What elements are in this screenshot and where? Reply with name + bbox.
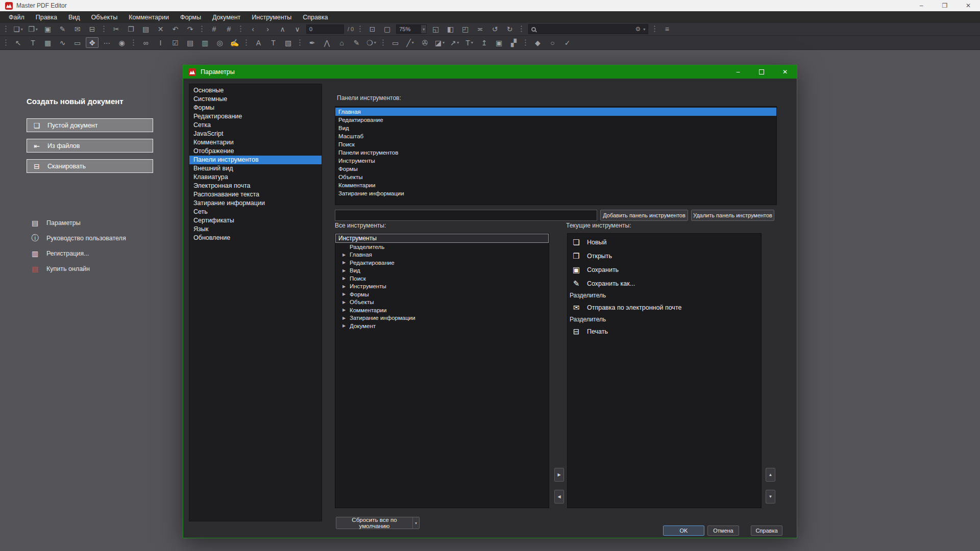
category-item[interactable]: Панели инструментов xyxy=(189,156,322,164)
menu-tools[interactable]: Инструменты xyxy=(246,12,297,22)
edit-path-tool-button[interactable]: ∿ xyxy=(56,37,69,48)
tree-item[interactable]: Разделитель xyxy=(335,243,549,251)
remove-toolbar-button[interactable]: Удалить панель инструментов xyxy=(691,210,774,221)
category-item[interactable]: Электронная почта xyxy=(189,182,322,190)
toolbar-drag-handle[interactable] xyxy=(132,39,135,47)
expand-arrow-icon[interactable]: ▶ xyxy=(342,260,348,265)
edit-image-tool-button[interactable]: ▦ xyxy=(41,37,54,48)
save-as-item[interactable]: ✎Сохранить как... xyxy=(568,277,761,290)
category-item[interactable]: Сетка xyxy=(189,121,322,130)
paste-button[interactable]: ▤ xyxy=(139,24,152,35)
toolbar-drag-handle[interactable] xyxy=(653,25,656,33)
print-item[interactable]: ⊟Печать xyxy=(568,324,761,338)
dropdown-arrow-icon[interactable]: ▾ xyxy=(412,517,419,529)
menu-view[interactable]: Вид xyxy=(63,12,86,22)
pin-tool-button[interactable]: ❍▾ xyxy=(365,37,378,48)
radio-button-tool-button[interactable]: ◎ xyxy=(213,37,226,48)
zoom-level-select[interactable]: 75%▾ xyxy=(396,24,427,34)
checkbox-tool-button[interactable]: ☑ xyxy=(169,37,182,48)
pencil-tool-button[interactable]: ✎ xyxy=(350,37,363,48)
tree-item[interactable]: ▶Поиск xyxy=(335,274,549,283)
toolbar-drag-handle[interactable] xyxy=(359,25,362,33)
new-toolbar-name-input[interactable] xyxy=(335,210,597,221)
toolbar-list-item[interactable]: Затирание информации xyxy=(335,189,776,197)
category-item[interactable]: Затирание информации xyxy=(189,199,322,208)
toolbar-drag-handle[interactable] xyxy=(5,25,8,33)
expand-arrow-icon[interactable]: ▶ xyxy=(342,253,348,257)
menu-help[interactable]: Справка xyxy=(297,12,333,22)
snapshot-tool-button[interactable]: ◉ xyxy=(115,37,128,48)
category-item[interactable]: Формы xyxy=(189,104,322,112)
menu-edit[interactable]: Правка xyxy=(30,12,63,22)
toolbar-list-item[interactable]: Комментарии xyxy=(335,181,776,189)
main-menu-button[interactable]: ≡ xyxy=(660,24,673,35)
move-down-button[interactable]: ▼ xyxy=(766,490,775,504)
dialog-minimize-button[interactable]: – xyxy=(726,65,750,79)
expand-arrow-icon[interactable]: ▶ xyxy=(342,292,348,296)
fit-page-button[interactable]: ◧ xyxy=(444,24,457,35)
send-email-button[interactable]: ✉ xyxy=(71,24,84,35)
toolbar-list-item[interactable]: Главная xyxy=(335,108,776,116)
expand-arrow-icon[interactable]: ▶ xyxy=(342,300,348,305)
edit-text-block-tool-button[interactable]: A xyxy=(252,37,265,48)
copy-button[interactable]: ❐ xyxy=(125,24,137,35)
dialog-close-button[interactable]: ✕ xyxy=(773,65,797,79)
expand-arrow-icon[interactable]: ▶ xyxy=(342,323,348,328)
from-files-button[interactable]: ⇤Из файлов xyxy=(27,139,153,153)
dropdown-arrow-icon[interactable]: ▾ xyxy=(36,27,38,32)
expand-arrow-icon[interactable]: ▶ xyxy=(342,276,348,281)
add-toolbar-button[interactable]: Добавить панель инструментов xyxy=(600,210,688,221)
tree-item[interactable]: ▶Затирание информации xyxy=(335,314,549,322)
select-tool-button[interactable]: ↖ xyxy=(12,37,24,48)
toolbar-drag-handle[interactable] xyxy=(524,39,527,47)
text-field-tool-button[interactable]: I xyxy=(154,37,167,48)
move-right-button[interactable]: ▶ xyxy=(554,468,564,482)
menu-document[interactable]: Документ xyxy=(207,12,246,22)
rotate-ccw-button[interactable]: ↺ xyxy=(488,24,501,35)
toolbar-drag-handle[interactable] xyxy=(201,25,204,33)
cut-button[interactable]: ✂ xyxy=(110,24,122,35)
expand-arrow-icon[interactable]: ▶ xyxy=(342,308,348,312)
dropdown-arrow-icon[interactable]: ▾ xyxy=(471,40,473,45)
tree-root-item[interactable]: Инструменты xyxy=(335,234,549,243)
move-up-button[interactable]: ▲ xyxy=(766,468,775,482)
redo-button[interactable]: ↷ xyxy=(184,24,197,35)
undo-button[interactable]: ↶ xyxy=(169,24,182,35)
tree-item[interactable]: ▶Объекты xyxy=(335,298,549,307)
fit-width-button[interactable]: ◰ xyxy=(459,24,472,35)
rotate-cw-button[interactable]: ↻ xyxy=(503,24,516,35)
tree-item[interactable]: ▶Комментарии xyxy=(335,306,549,314)
toolbar-list-item[interactable]: Масштаб xyxy=(335,132,776,140)
show-grid-button[interactable]: # xyxy=(208,24,220,35)
open-document-button[interactable]: ❒▾ xyxy=(27,24,39,35)
category-item[interactable]: Основные xyxy=(189,86,322,95)
zoom-to-selection-button[interactable]: ⊡ xyxy=(366,24,379,35)
tree-item[interactable]: ▶Документ xyxy=(335,322,549,330)
pen-tool-button[interactable]: ✒ xyxy=(306,37,318,48)
edit-text-tool-button[interactable]: T xyxy=(27,37,39,48)
hand-tool-button[interactable]: ✥ xyxy=(86,37,99,48)
toolbar-drag-handle[interactable] xyxy=(239,25,242,33)
dropdown-arrow-icon[interactable]: ▾ xyxy=(457,40,459,45)
category-item[interactable]: Внешний вид xyxy=(189,164,322,173)
add-text-tool-button[interactable]: T xyxy=(267,37,280,48)
add-image-tool-button[interactable]: ▧ xyxy=(282,37,295,48)
buy-online-link[interactable]: ▤Купить онлайн xyxy=(31,264,90,273)
toolbar-list-item[interactable]: Формы xyxy=(335,165,776,173)
page-up-button[interactable]: ∧ xyxy=(276,24,289,35)
page-down-button[interactable]: ∨ xyxy=(291,24,304,35)
category-item[interactable]: Обновление xyxy=(189,234,322,242)
page-number-input[interactable] xyxy=(306,24,344,34)
apply-redaction-tool-button[interactable]: ✓ xyxy=(561,37,574,48)
tree-item[interactable]: ▶Вид xyxy=(335,267,549,275)
category-item[interactable]: Системные xyxy=(189,95,322,104)
category-item[interactable]: Клавиатура xyxy=(189,173,322,182)
tree-item[interactable]: ▶Главная xyxy=(335,251,549,259)
toolbar-list-item[interactable]: Поиск xyxy=(335,140,776,148)
toolbar-drag-handle[interactable] xyxy=(103,25,106,33)
toolbar-drag-handle[interactable] xyxy=(299,39,302,47)
fit-height-button[interactable]: ≍ xyxy=(474,24,486,35)
toolbar-list-item[interactable]: Панели инструментов xyxy=(335,148,776,157)
search-input[interactable] xyxy=(538,26,633,32)
close-button[interactable]: ✕ xyxy=(957,0,980,11)
